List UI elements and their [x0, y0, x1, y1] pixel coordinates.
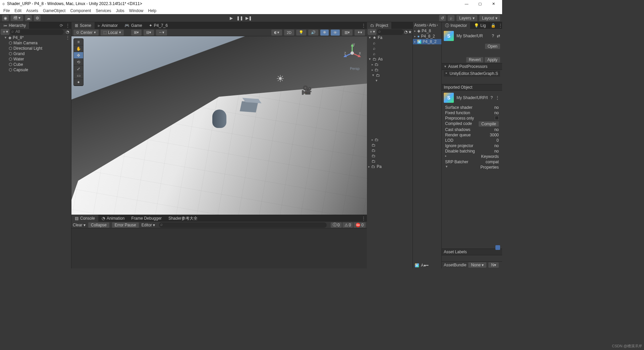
project-slider[interactable]: A●━ [421, 263, 428, 268]
play-button[interactable]: ▶ [228, 15, 234, 21]
tab-console[interactable]: ▤Console [71, 215, 98, 222]
section-postprocessors[interactable]: ▼Asset PostProcessors [442, 63, 502, 70]
label-dropdown-icon[interactable] [495, 245, 500, 250]
foldout-arrow-icon[interactable]: ▼ [4, 36, 7, 39]
move-tool-icon[interactable]: ✥ [74, 52, 83, 59]
project-folder[interactable]: 🗀 [367, 148, 413, 153]
mode-2d-toggle[interactable]: 2D [284, 30, 294, 36]
project-favorites[interactable]: ▼★ Fa [367, 35, 413, 40]
hierarchy-item[interactable]: ⬡Grand [0, 51, 71, 56]
menu-dots-icon[interactable]: ⋮ [495, 95, 499, 100]
hierarchy-lock-icon[interactable]: ⟳ [58, 23, 64, 28]
menu-component[interactable]: Component [70, 8, 91, 13]
project-file-item[interactable]: ▸SP4_8_2 [413, 39, 441, 44]
tab-animator[interactable]: ▹Animator [95, 22, 121, 29]
scale-tool-icon[interactable]: ⤢ [74, 65, 83, 72]
step-button[interactable]: ▶❚ [245, 15, 252, 21]
project-folder[interactable]: ▸🗀 [367, 62, 413, 67]
project-folder[interactable]: ▸🗀 [367, 137, 413, 142]
directional-light-gizmo-icon[interactable]: ☀ [276, 73, 284, 84]
console-collapse-toggle[interactable]: Collapse [88, 222, 109, 228]
tool-space-dropdown[interactable]: ⬚Local ▾ [101, 30, 124, 36]
project-folder[interactable]: 🗀 [367, 153, 413, 159]
console-info-count[interactable]: ⓘ0 [331, 222, 342, 228]
project-search[interactable] [377, 29, 404, 35]
hierarchy-search[interactable]: All [10, 29, 64, 35]
project-packages-root[interactable]: ▸🗀 Pa [367, 164, 413, 169]
tab-frame-debugger[interactable]: Frame Debugger [128, 215, 165, 222]
project-search-saved[interactable]: ⌕ [367, 46, 413, 51]
project-folder[interactable]: ▸🗀 [367, 67, 413, 73]
search-filter-icon[interactable]: ◔ [404, 30, 408, 34]
postprocessor-item[interactable]: ▸UnityEditor.ShaderGraph.S [444, 71, 500, 77]
console-clear-button[interactable]: Clear ▾ [73, 223, 86, 227]
project-file-item[interactable]: ▸◈P4_8 [413, 28, 441, 34]
project-search-saved[interactable]: ⌕ [367, 51, 413, 56]
settings-icon[interactable]: ⚙ [34, 15, 41, 21]
projection-label[interactable]: Persp [350, 67, 360, 71]
tab-extra[interactable]: ✦P4_7_6 [146, 22, 171, 29]
console-search[interactable] [159, 222, 326, 228]
hierarchy-search-type-icon[interactable]: ◔ [64, 30, 70, 34]
open-button[interactable]: Open [485, 44, 500, 49]
minimize-button[interactable]: — [460, 2, 473, 6]
revert-button[interactable]: Revert [466, 57, 483, 62]
inspector-lock-icon[interactable]: 🔒 [489, 23, 497, 28]
hierarchy-item[interactable]: ⬡Capsule [0, 67, 71, 73]
scene-viewport[interactable]: ≡ ✋ ✥ ⟲ ⤢ ▭ ✦ ☀ 🎥 Persp yxz [71, 36, 367, 215]
inspector-menu-icon[interactable]: ⋮ [497, 23, 502, 28]
menu-window[interactable]: Window [129, 8, 144, 13]
cloud-icon[interactable]: ☁ [25, 15, 32, 21]
camera-gizmo-icon[interactable]: 🎥 [301, 85, 312, 95]
assetbundle-variant-dropdown[interactable]: N▾ [488, 262, 499, 268]
hierarchy-tab[interactable]: ≔ Hierarchy [0, 22, 30, 29]
hierarchy-item[interactable]: ⬡Cube [0, 62, 71, 67]
tab-game[interactable]: 🎮Game [121, 22, 146, 29]
snap-settings-dropdown[interactable]: ↔▾ [156, 30, 167, 36]
menu-assets[interactable]: Assets [26, 8, 38, 13]
project-assets-root[interactable]: ▼🗀 As [367, 56, 413, 62]
maximize-button[interactable]: ▢ [473, 2, 487, 6]
viewtool-grip-icon[interactable]: ≡ [74, 39, 83, 45]
search-global-icon[interactable]: ⌕ [448, 15, 454, 21]
audio-toggle-icon[interactable]: 🔊 [308, 30, 318, 36]
center-menu-icon[interactable]: ⋮ [360, 23, 367, 28]
lighting-toggle-icon[interactable]: 💡 [296, 30, 306, 36]
search-save-icon[interactable]: ★ [408, 30, 412, 34]
orientation-gizmo-icon[interactable]: yxz [342, 43, 362, 63]
console-error-count[interactable]: ⛔0 [354, 222, 366, 228]
console-errorpause-toggle[interactable]: Error Pause [112, 222, 139, 228]
hierarchy-item[interactable]: ⬡Directional Light [0, 46, 71, 51]
account-dropdown[interactable]: 槽 ▾ [11, 15, 23, 21]
console-body[interactable] [71, 228, 367, 268]
account-icon[interactable]: ◉ [2, 15, 9, 21]
scene-menu-icon[interactable]: ⋮ [64, 35, 71, 40]
hierarchy-menu-icon[interactable]: ⋮ [64, 23, 71, 28]
hierarchy-item[interactable]: ⬡Main Camera [0, 40, 71, 46]
layout-dropdown[interactable]: Layout ▾ [479, 15, 500, 21]
console-editor-dropdown[interactable]: Editor ▾ [142, 223, 155, 227]
menu-edit[interactable]: Edit [14, 8, 21, 13]
console-warn-count[interactable]: ⚠0 [342, 222, 353, 228]
hierarchy-scene-root[interactable]: ▼ ◈ P4_8* ⋮ [0, 35, 71, 40]
project-tab[interactable]: 🗀Project [367, 22, 392, 29]
grid-snap-dropdown[interactable]: ⊞▾ [131, 30, 142, 36]
project-folder[interactable]: 🗀 [367, 159, 413, 164]
help-icon[interactable]: ? [492, 34, 494, 38]
project-folder[interactable]: ▼ [367, 78, 413, 83]
scene-object-cube[interactable] [240, 101, 258, 112]
fx-toggle-icon[interactable]: ❋ [320, 30, 329, 36]
project-search-saved[interactable]: ⌕ [367, 40, 413, 46]
drawmode-dropdown[interactable]: ◐▾ [271, 30, 282, 36]
transform-tool-icon[interactable]: ✦ [74, 79, 83, 86]
scene-object-capsule[interactable] [212, 110, 226, 128]
hidden-toggle-icon[interactable]: 👁 [331, 30, 340, 36]
hand-tool-icon[interactable]: ✋ [74, 45, 83, 52]
menu-help[interactable]: Help [148, 8, 157, 13]
help-icon[interactable]: ? [490, 95, 493, 100]
pause-button[interactable]: ❚❚ [236, 15, 243, 21]
menu-services[interactable]: Services [96, 8, 111, 13]
close-button[interactable]: ✕ [487, 2, 500, 6]
tab-scene[interactable]: ⊞Scene [71, 22, 95, 29]
apply-button[interactable]: Apply [485, 57, 500, 62]
